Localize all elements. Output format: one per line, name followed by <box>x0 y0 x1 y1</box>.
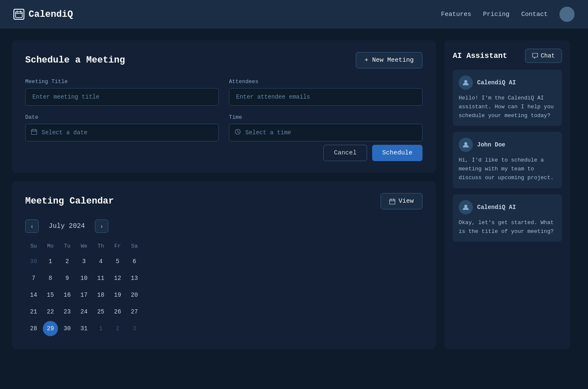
calendar-day[interactable]: 13 <box>127 271 142 286</box>
chat-bubble: John DoeHi, I'd like to schedule a meeti… <box>453 132 562 188</box>
brand: CalendiQ <box>13 9 73 20</box>
calendar-day[interactable]: 6 <box>127 254 142 269</box>
time-input[interactable] <box>229 124 423 141</box>
nav-features[interactable]: Features <box>441 11 471 18</box>
calendar-day[interactable]: 1 <box>43 254 58 269</box>
view-calendar-icon <box>389 198 395 204</box>
meeting-title-input[interactable] <box>25 88 219 106</box>
calendar-day[interactable]: 30 <box>26 254 41 269</box>
calendar-day[interactable]: 16 <box>60 287 75 303</box>
time-label: Time <box>229 114 423 120</box>
calendar-week-row: 78910111213 <box>25 270 143 286</box>
month-label: July 2024 <box>44 222 90 230</box>
calendar-day[interactable]: 3 <box>76 254 92 269</box>
calendar-day[interactable]: 26 <box>110 304 125 319</box>
view-btn-label: View <box>399 198 414 205</box>
calendar-day[interactable]: 23 <box>60 304 75 319</box>
day-of-week: Su <box>25 241 42 251</box>
calendar-day[interactable]: 27 <box>127 304 142 319</box>
calendar-weeks: 3012345678910111213141516171819202122232… <box>25 253 143 337</box>
calendar-day[interactable]: 12 <box>110 271 125 286</box>
time-input-wrapper <box>229 124 423 141</box>
svg-rect-0 <box>16 12 22 18</box>
prev-month-button[interactable]: ‹ <box>25 219 39 233</box>
ai-header: AI Assistant Chat <box>453 49 562 63</box>
nav-pricing[interactable]: Pricing <box>483 11 509 18</box>
day-of-week: Th <box>92 241 109 251</box>
chat-avatar <box>459 138 473 152</box>
calendar-day[interactable]: 25 <box>93 304 108 319</box>
chat-icon <box>532 53 538 59</box>
schedule-button[interactable]: Schedule <box>372 145 423 161</box>
calendar-day[interactable]: 19 <box>110 287 125 303</box>
calendar-card: Meeting Calendar View ‹ July 2024 › <box>12 181 436 349</box>
schedule-form: Meeting Title Attendees Date <box>25 78 423 141</box>
calendar-day[interactable]: 18 <box>93 287 108 303</box>
svg-point-16 <box>464 142 467 145</box>
navbar: CalendiQ Features Pricing Contact <box>0 0 588 29</box>
day-of-week: Sa <box>126 241 143 251</box>
chat-bubble-header: CalendiQ AI <box>459 76 556 90</box>
calendar-day[interactable]: 31 <box>76 321 92 336</box>
svg-point-17 <box>464 204 467 207</box>
calendar-card-header: Meeting Calendar View <box>25 193 423 209</box>
calendar-week-row: 28293031123 <box>25 321 143 337</box>
view-button[interactable]: View <box>381 193 423 209</box>
calendar-day[interactable]: 10 <box>76 271 92 286</box>
cancel-button[interactable]: Cancel <box>323 145 367 161</box>
date-group: Date <box>25 114 219 141</box>
chat-button[interactable]: Chat <box>525 49 562 63</box>
svg-point-15 <box>464 80 467 83</box>
calendar-day[interactable]: 1 <box>93 321 108 336</box>
calendar-day[interactable]: 2 <box>60 254 75 269</box>
calendar-day[interactable]: 14 <box>26 287 41 303</box>
meeting-title-label: Meeting Title <box>25 78 219 85</box>
nav-links: Features Pricing Contact <box>441 7 575 22</box>
calendar-title: Meeting Calendar <box>25 196 114 206</box>
schedule-title: Schedule a Meeting <box>25 55 125 65</box>
calendar-day[interactable]: 5 <box>110 254 125 269</box>
chat-sender: CalendiQ AI <box>477 204 516 211</box>
chat-sender: John Doe <box>477 141 505 148</box>
attendees-label: Attendees <box>229 78 423 85</box>
nav-contact[interactable]: Contact <box>521 11 548 18</box>
calendar-day[interactable]: 22 <box>43 304 58 319</box>
calendar-day[interactable]: 17 <box>76 287 92 303</box>
chat-bubble-header: CalendiQ AI <box>459 200 556 214</box>
calendar-day[interactable]: 9 <box>60 271 75 286</box>
calendar-day[interactable]: 11 <box>93 271 108 286</box>
calendar-day[interactable]: 3 <box>127 321 142 336</box>
schedule-card: Schedule a Meeting + New Meeting Meeting… <box>12 40 436 173</box>
calendar-day[interactable]: 2 <box>110 321 125 336</box>
chat-btn-label: Chat <box>541 52 555 59</box>
date-label: Date <box>25 114 219 120</box>
attendees-input[interactable] <box>229 88 423 106</box>
form-actions: Cancel Schedule <box>25 145 423 161</box>
calendar-day[interactable]: 15 <box>43 287 58 303</box>
calendar-day[interactable]: 8 <box>43 271 58 286</box>
day-of-week: Fr <box>109 241 126 251</box>
avatar[interactable] <box>559 7 575 22</box>
new-meeting-button[interactable]: + New Meeting <box>356 52 423 68</box>
chat-text: Hi, I'd like to schedule a meeting with … <box>459 156 556 182</box>
day-of-week: Mo <box>42 241 59 251</box>
chat-bubble-header: John Doe <box>459 138 556 152</box>
calendar-day[interactable]: 28 <box>26 321 41 336</box>
date-input[interactable] <box>25 124 219 141</box>
next-month-button[interactable]: › <box>95 219 108 233</box>
calendar-day[interactable]: 20 <box>127 287 142 303</box>
calendar-day[interactable]: 21 <box>26 304 41 319</box>
chat-bubble: CalendiQ AIOkay, let's get started. What… <box>453 194 562 242</box>
left-panel: Schedule a Meeting + New Meeting Meeting… <box>12 40 436 349</box>
ai-panel: AI Assistant Chat CalendiQ AIHello! I'm … <box>444 40 570 349</box>
calendar-day[interactable]: 4 <box>93 254 108 269</box>
calendar-grid: SuMoTuWeThFrSa 3012345678910111213141516… <box>25 241 143 337</box>
chat-text: Hello! I'm the CalendiQ AI assistant. Ho… <box>459 94 556 120</box>
calendar-day[interactable]: 29 <box>43 321 58 336</box>
calendar-day[interactable]: 30 <box>60 321 75 336</box>
calendar-day[interactable]: 7 <box>26 271 41 286</box>
svg-rect-11 <box>389 199 395 204</box>
ai-title: AI Assistant <box>453 52 507 60</box>
calendar-week-row: 21222324252627 <box>25 304 143 320</box>
calendar-day[interactable]: 24 <box>76 304 92 319</box>
